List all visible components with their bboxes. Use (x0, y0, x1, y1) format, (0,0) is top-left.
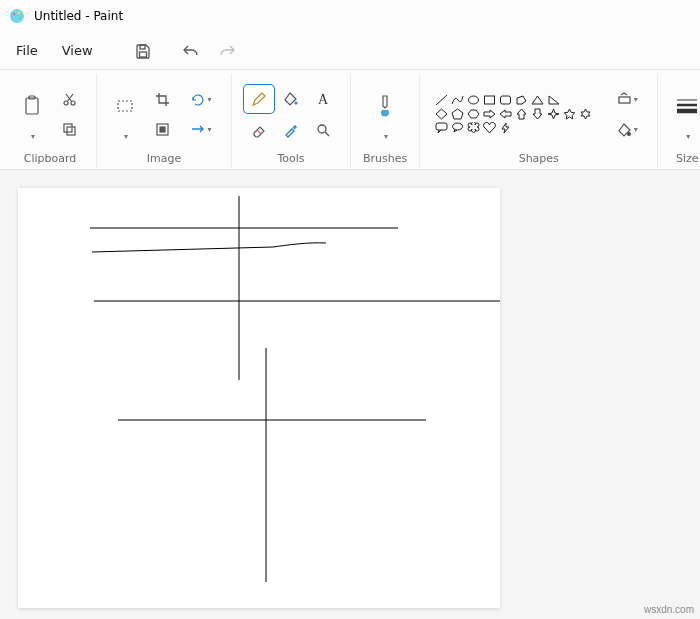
shape-callout-oval[interactable] (450, 121, 465, 135)
clipboard-group: ▾ Clipboard (4, 74, 97, 169)
svg-rect-12 (118, 101, 132, 111)
svg-rect-4 (140, 45, 145, 49)
svg-rect-5 (139, 52, 146, 57)
watermark: wsxdn.com (644, 604, 694, 615)
eraser-tool[interactable] (244, 116, 274, 144)
svg-rect-11 (67, 127, 75, 135)
svg-point-24 (627, 132, 630, 135)
copy-button[interactable] (54, 115, 84, 143)
shape-6star[interactable] (578, 107, 593, 121)
brushes-group: ▾ Brushes (351, 74, 420, 169)
size-label: Size (676, 148, 699, 165)
image-label: Image (147, 148, 181, 165)
svg-rect-23 (619, 97, 630, 103)
save-button[interactable] (127, 37, 159, 65)
tools-group: A (232, 74, 351, 169)
shape-4star[interactable] (546, 107, 561, 121)
shape-callout-cloud[interactable] (466, 121, 481, 135)
shape-polygon[interactable] (514, 93, 529, 107)
shape-diamond[interactable] (434, 107, 449, 121)
paste-button[interactable] (16, 85, 48, 127)
rotate-button[interactable]: ▾ (183, 85, 219, 113)
menu-bar: File View (0, 32, 700, 70)
magnifier-tool[interactable] (308, 116, 338, 144)
shape-callout-rounded[interactable] (434, 121, 449, 135)
paint-app-icon (8, 7, 26, 25)
shape-lightning[interactable] (498, 121, 513, 135)
select-button[interactable] (109, 85, 141, 127)
undo-button[interactable] (175, 37, 207, 65)
svg-point-15 (295, 101, 298, 104)
shape-5star[interactable] (562, 107, 577, 121)
text-tool[interactable]: A (308, 85, 338, 113)
fill-tool[interactable] (276, 85, 306, 113)
ribbon: ▾ Clipboard (0, 70, 700, 170)
shape-arrow-left[interactable] (498, 107, 513, 121)
view-menu[interactable]: View (52, 37, 103, 64)
svg-point-0 (10, 9, 24, 23)
brushes-dropdown[interactable]: ▾ (369, 129, 401, 143)
file-menu[interactable]: File (6, 37, 48, 64)
svg-rect-6 (26, 98, 38, 114)
shape-arrow-down[interactable] (530, 107, 545, 121)
svg-point-17 (318, 125, 326, 133)
shape-pentagon[interactable] (450, 107, 465, 121)
shape-curve[interactable] (450, 93, 465, 107)
color-picker-tool[interactable] (276, 116, 306, 144)
image-group: ▾ ▾ (97, 74, 232, 169)
size-dropdown[interactable]: ▾ (670, 129, 700, 143)
shape-right-triangle[interactable] (546, 93, 561, 107)
resize-button[interactable] (147, 115, 177, 143)
shape-hexagon[interactable] (466, 107, 481, 121)
svg-rect-21 (436, 123, 447, 130)
title-bar: Untitled - Paint (0, 0, 700, 32)
cut-button[interactable] (54, 85, 84, 113)
svg-rect-10 (64, 124, 72, 132)
crop-button[interactable] (147, 85, 177, 113)
shape-line[interactable] (434, 93, 449, 107)
clipboard-label: Clipboard (24, 148, 77, 165)
size-group: ▾ Size (658, 74, 700, 169)
flip-button[interactable]: ▾ (183, 115, 219, 143)
svg-rect-14 (160, 127, 165, 132)
drawing-canvas[interactable] (18, 188, 500, 608)
shape-rounded-rectangle[interactable] (498, 93, 513, 107)
svg-text:A: A (318, 92, 329, 107)
window-title: Untitled - Paint (34, 9, 123, 23)
brushes-label: Brushes (363, 148, 407, 165)
size-button[interactable] (670, 85, 700, 127)
select-dropdown[interactable]: ▾ (109, 129, 141, 143)
shape-triangle[interactable] (530, 93, 545, 107)
redo-button[interactable] (211, 37, 243, 65)
svg-point-18 (469, 96, 479, 104)
shape-arrow-right[interactable] (482, 107, 497, 121)
svg-line-27 (92, 247, 273, 252)
tools-label: Tools (277, 148, 304, 165)
svg-rect-19 (485, 96, 495, 104)
paste-dropdown[interactable]: ▾ (16, 129, 48, 143)
svg-point-1 (13, 13, 16, 16)
svg-point-2 (18, 12, 21, 15)
shapes-gallery[interactable] (432, 91, 595, 137)
svg-point-22 (453, 123, 463, 130)
shape-heart[interactable] (482, 121, 497, 135)
pencil-tool[interactable] (244, 85, 274, 113)
shapes-label: Shapes (519, 148, 559, 165)
svg-point-3 (19, 17, 22, 20)
shape-oval[interactable] (466, 93, 481, 107)
workspace: wsxdn.com (0, 170, 700, 619)
brushes-button[interactable] (369, 85, 401, 127)
svg-rect-20 (501, 96, 511, 104)
shape-rectangle[interactable] (482, 93, 497, 107)
shape-fill-button[interactable]: ▾ (609, 115, 645, 143)
shape-outline-button[interactable]: ▾ (609, 85, 645, 113)
shape-arrow-up[interactable] (514, 107, 529, 121)
shapes-group: ▾ ▾ Shapes (420, 74, 658, 169)
